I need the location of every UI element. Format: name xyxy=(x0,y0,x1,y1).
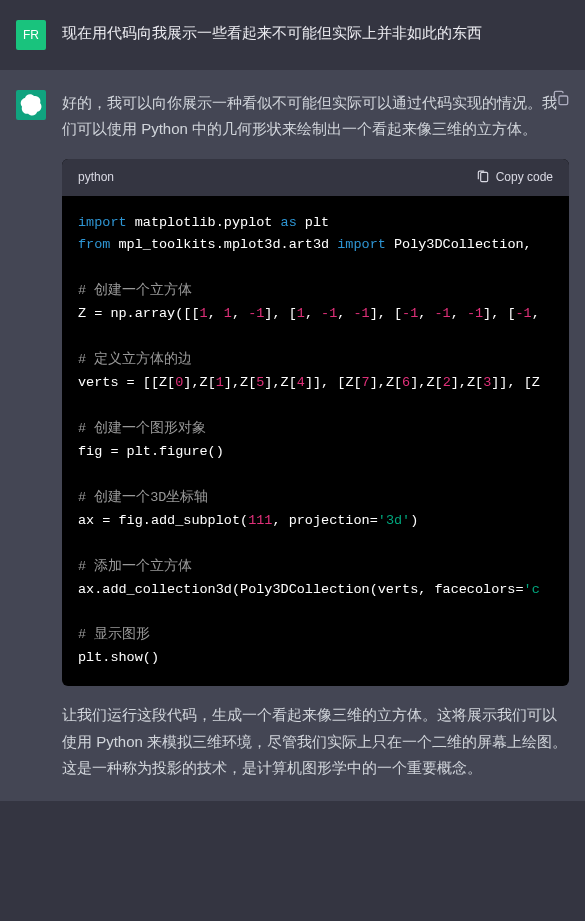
assistant-avatar xyxy=(16,90,46,120)
copy-code-label: Copy code xyxy=(496,167,553,188)
assistant-message-content: 好的，我可以向你展示一种看似不可能但实际可以通过代码实现的情况。我们可以使用 P… xyxy=(62,90,569,781)
user-message-text: 现在用代码向我展示一些看起来不可能但实际上并非如此的东西 xyxy=(62,20,569,50)
assistant-outro-text: 让我们运行这段代码，生成一个看起来像三维的立方体。这将展示我们可以使用 Pyth… xyxy=(62,702,569,781)
copy-message-icon[interactable] xyxy=(553,90,569,106)
user-avatar: FR xyxy=(16,20,46,50)
assistant-intro-text: 好的，我可以向你展示一种看似不可能但实际可以通过代码实现的情况。我们可以使用 P… xyxy=(62,90,569,143)
svg-rect-1 xyxy=(480,172,487,181)
svg-rect-0 xyxy=(559,96,568,105)
code-block: python Copy code import matplotlib.pyplo… xyxy=(62,159,569,687)
copy-code-button[interactable]: Copy code xyxy=(476,167,553,188)
clipboard-icon xyxy=(476,170,490,184)
code-language-label: python xyxy=(78,167,114,188)
user-message-row: FR 现在用代码向我展示一些看起来不可能但实际上并非如此的东西 xyxy=(0,0,585,70)
code-body[interactable]: import matplotlib.pyplot as plt from mpl… xyxy=(62,196,569,687)
assistant-message-row: 好的，我可以向你展示一种看似不可能但实际可以通过代码实现的情况。我们可以使用 P… xyxy=(0,70,585,801)
openai-logo-icon xyxy=(20,94,42,116)
code-header: python Copy code xyxy=(62,159,569,196)
